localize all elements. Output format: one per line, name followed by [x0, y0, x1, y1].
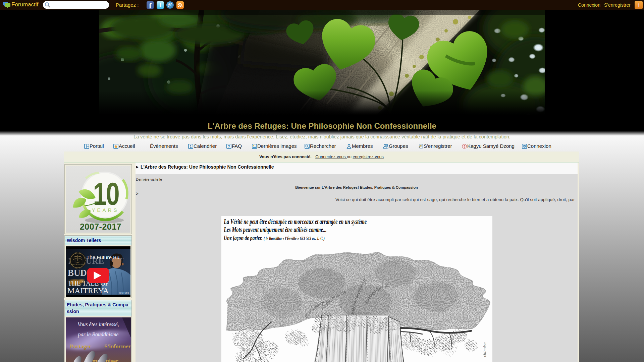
- svg-text:La Vérité ne peut être découpé: La Vérité ne peut être découpée en morce…: [223, 218, 367, 226]
- svg-text:2007-2017: 2007-2017: [80, 222, 121, 231]
- svg-text:Les Mots peuvent uniquement êt: Les Mots peuvent uniquement être utilisé…: [223, 226, 326, 234]
- svg-text:Partager: Partager: [70, 343, 92, 350]
- svg-text:1: 1: [190, 145, 192, 148]
- svg-text:YouTube: YouTube: [118, 291, 129, 294]
- svg-text:par le Bouddhisme: par le Bouddhisme: [78, 331, 119, 338]
- svg-text:10: 10: [93, 176, 119, 212]
- svg-text:YEARS: YEARS: [92, 207, 119, 213]
- svg-text:WISDOM TELLERS: WISDOM TELLERS: [71, 264, 85, 265]
- svg-text:The Future Bu...: The Future Bu...: [87, 254, 124, 260]
- svg-text:chinoise: chinoise: [482, 342, 487, 357]
- svg-text:Vous êtes intéressé,: Vous êtes intéressé,: [77, 321, 119, 327]
- svg-text:MAITREYA: MAITREYA: [67, 286, 109, 295]
- svg-text:S'informer: S'informer: [104, 343, 131, 350]
- svg-text:?: ?: [228, 144, 230, 148]
